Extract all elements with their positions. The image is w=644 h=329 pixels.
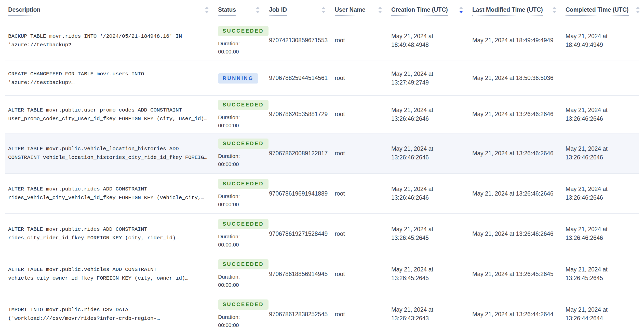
job-duration: Duration: 00:00:00 xyxy=(218,113,262,129)
completed-time-value: May 21, 2024 at 13:26:46:2646 xyxy=(566,225,622,242)
table-row[interactable]: ALTER TABLE movr.public.user_promo_codes… xyxy=(5,96,639,133)
completed-time-cell xyxy=(566,74,642,82)
creation-time-value: May 21, 2024 at 18:49:48:4948 xyxy=(391,32,447,49)
creation-time-cell: May 21, 2024 at 13:26:45:2645 xyxy=(391,225,472,242)
duration-label: Duration: xyxy=(218,113,262,121)
status-badge: SUCCEEDED xyxy=(218,26,269,36)
job-description-line: ALTER TABLE movr.public.user_promo_codes… xyxy=(8,106,218,114)
job-status-cell: SUCCEEDED Duration: 00:00:00 xyxy=(218,100,269,129)
duration-value: 00:00:00 xyxy=(218,121,262,129)
user-name-cell: root xyxy=(335,149,391,157)
column-header[interactable]: Description xyxy=(8,4,218,16)
job-description-line: rides_vehicle_city_vehicle_id_fkey FOREI… xyxy=(8,194,218,202)
column-header-label: Completed Time (UTC) xyxy=(566,7,629,16)
sort-arrows-icon[interactable] xyxy=(205,7,209,13)
last-modified-time-cell: May 21, 2024 at 13:26:44:2644 xyxy=(472,310,566,318)
completed-time-cell: May 21, 2024 at 13:26:46:2646 xyxy=(566,145,642,162)
duration-value: 00:00:00 xyxy=(218,321,262,329)
job-duration: Duration: 00:00:00 xyxy=(218,152,262,168)
creation-time-value: May 21, 2024 at 13:26:45:2645 xyxy=(391,266,447,283)
sort-arrows-icon[interactable] xyxy=(636,7,640,13)
table-row[interactable]: ALTER TABLE movr.public.rides ADD CONSTR… xyxy=(5,174,639,214)
job-description-cell[interactable]: ALTER TABLE movr.public.vehicle_location… xyxy=(8,145,218,162)
job-description-cell[interactable]: ALTER TABLE movr.public.vehicles ADD CON… xyxy=(8,265,218,283)
job-description-line: ALTER TABLE movr.public.rides ADD CONSTR… xyxy=(8,225,218,234)
completed-time-cell: May 21, 2024 at 13:26:46:2646 xyxy=(566,106,642,123)
completed-time-value: May 21, 2024 at 13:26:44:2644 xyxy=(566,306,622,323)
sort-arrows-icon[interactable] xyxy=(378,7,382,13)
duration-label: Duration: xyxy=(218,152,262,160)
job-description-cell[interactable]: ALTER TABLE movr.public.rides ADD CONSTR… xyxy=(8,185,218,202)
duration-label: Duration: xyxy=(218,232,262,240)
column-header[interactable]: Job ID xyxy=(269,4,335,16)
job-status-cell: SUCCEEDED Duration: 00:00:00 xyxy=(218,26,269,55)
sort-arrows-icon[interactable] xyxy=(321,7,326,13)
sort-arrows-icon[interactable] xyxy=(256,7,260,13)
completed-time-value: May 21, 2024 at 13:26:45:2645 xyxy=(566,266,622,283)
jobs-table-page: Description Status Job ID User Name Crea… xyxy=(0,0,644,329)
job-description-line: user_promo_codes_city_user_id_fkey FOREI… xyxy=(8,114,218,123)
job-status-cell: SUCCEEDED Duration: 00:00:00 xyxy=(218,259,269,289)
last-modified-time-cell: May 21, 2024 at 13:26:46:2646 xyxy=(472,110,566,118)
job-description-line: ALTER TABLE movr.public.rides ADD CONSTR… xyxy=(8,185,218,194)
duration-label: Duration: xyxy=(218,192,262,200)
completed-time-cell: May 21, 2024 at 13:26:46:2646 xyxy=(566,225,642,242)
duration-value: 00:00:00 xyxy=(218,281,262,289)
last-modified-time-cell: May 21, 2024 at 13:26:46:2646 xyxy=(472,189,566,198)
table-row[interactable]: ALTER TABLE movr.public.vehicle_location… xyxy=(5,133,639,174)
table-row[interactable]: IMPORT INTO movr.public.rides CSV DATA (… xyxy=(5,294,639,329)
job-id-cell: 970742130859671553 xyxy=(269,36,335,45)
status-badge: RUNNING xyxy=(218,73,258,83)
table-row[interactable]: BACKUP TABLE movr.rides INTO '/2024/05/2… xyxy=(5,20,639,61)
job-description-cell[interactable]: CREATE CHANGEFEED FOR TABLE movr.users I… xyxy=(8,70,218,87)
sort-arrows-icon[interactable] xyxy=(552,7,556,13)
column-header[interactable]: Completed Time (UTC) xyxy=(566,4,642,16)
duration-label: Duration: xyxy=(218,313,262,321)
duration-value: 00:00:00 xyxy=(218,240,262,249)
job-description-line: rides_city_rider_id_fkey FOREIGN KEY (ci… xyxy=(8,234,218,242)
column-header-label: User Name xyxy=(335,7,365,16)
job-duration: Duration: 00:00:00 xyxy=(218,313,262,329)
duration-label: Duration: xyxy=(218,272,262,281)
table-row[interactable]: ALTER TABLE movr.public.vehicles ADD CON… xyxy=(5,254,639,294)
job-id-cell: 970678620535881729 xyxy=(269,110,335,118)
user-name-cell: root xyxy=(335,310,391,318)
column-header[interactable]: Last Modified Time (UTC) xyxy=(472,4,566,16)
job-duration: Duration: 00:00:00 xyxy=(218,192,262,208)
sort-arrows-icon[interactable] xyxy=(459,7,463,13)
job-id-cell: 970678618856914945 xyxy=(269,270,335,278)
last-modified-time-cell: May 21, 2024 at 13:26:46:2646 xyxy=(472,149,566,157)
creation-time-value: May 21, 2024 at 13:26:43:2643 xyxy=(391,306,447,323)
duration-value: 00:00:00 xyxy=(218,200,262,208)
duration-label: Duration: xyxy=(218,39,262,47)
status-badge: SUCCEEDED xyxy=(218,259,269,269)
creation-time-value: May 21, 2024 at 13:26:45:2645 xyxy=(391,225,447,242)
status-badge: SUCCEEDED xyxy=(218,100,269,110)
job-description-line: ALTER TABLE movr.public.vehicle_location… xyxy=(8,145,218,153)
job-description-line: vehicles_city_owner_id_fkey FOREIGN KEY … xyxy=(8,274,218,283)
job-description-cell[interactable]: BACKUP TABLE movr.rides INTO '/2024/05/2… xyxy=(8,32,218,49)
user-name-cell: root xyxy=(335,229,391,238)
job-description-line: ('workload:///csv/movr/rides?infer-crdb-… xyxy=(8,314,218,323)
status-badge: SUCCEEDED xyxy=(218,179,269,189)
user-name-cell: root xyxy=(335,110,391,118)
job-status-cell: SUCCEEDED Duration: 00:00:00 xyxy=(218,299,269,329)
job-description-cell[interactable]: ALTER TABLE movr.public.rides ADD CONSTR… xyxy=(8,225,218,242)
job-description-cell[interactable]: ALTER TABLE movr.public.user_promo_codes… xyxy=(8,106,218,123)
job-duration: Duration: 00:00:00 xyxy=(218,39,262,55)
table-row[interactable]: ALTER TABLE movr.public.rides ADD CONSTR… xyxy=(5,214,639,254)
table-row[interactable]: CREATE CHANGEFEED FOR TABLE movr.users I… xyxy=(5,61,639,96)
job-description-cell[interactable]: IMPORT INTO movr.public.rides CSV DATA (… xyxy=(8,306,218,323)
column-header[interactable]: Creation Time (UTC) xyxy=(391,4,472,16)
user-name-cell: root xyxy=(335,36,391,45)
job-id-cell: 970678612838252545 xyxy=(269,310,335,318)
column-header[interactable]: Status xyxy=(218,4,269,16)
column-header-label: Creation Time (UTC) xyxy=(391,7,448,16)
table-header: Description Status Job ID User Name Crea… xyxy=(5,0,639,20)
user-name-cell: root xyxy=(335,189,391,198)
last-modified-time-cell: May 21, 2024 at 13:26:45:2645 xyxy=(472,270,566,278)
column-header[interactable]: User Name xyxy=(335,4,391,16)
job-id-cell: 970678619271528449 xyxy=(269,229,335,238)
column-header-label: Job ID xyxy=(269,7,287,16)
last-modified-time-cell: May 21, 2024 at 13:26:46:2646 xyxy=(472,229,566,238)
